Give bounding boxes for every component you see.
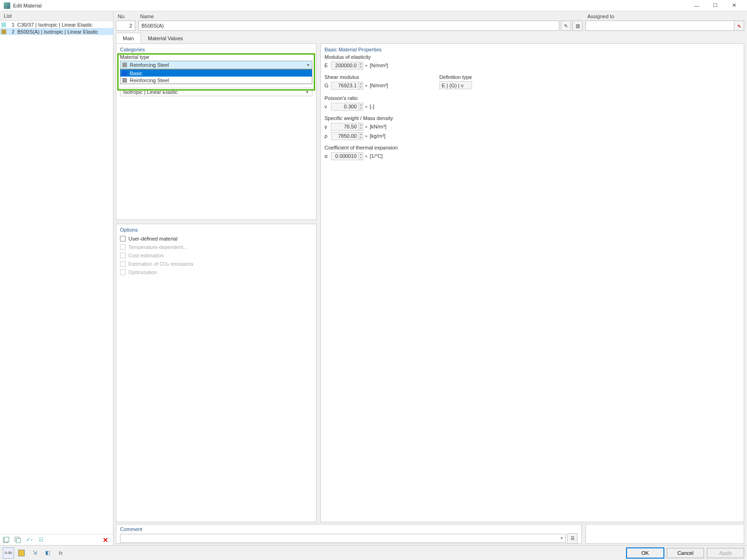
density-unit: [kg/m³] bbox=[370, 133, 386, 139]
color-swatch bbox=[122, 63, 127, 67]
combo-option[interactable]: Basic bbox=[120, 70, 312, 77]
svg-rect-3 bbox=[16, 539, 21, 543]
delete-icon[interactable]: ✕ bbox=[100, 535, 111, 545]
bottombar: 0.00 ⇲ ◧ fx OK Cancel Apply bbox=[0, 545, 747, 560]
option-cost: Cost estimation bbox=[120, 251, 312, 260]
def-type-value[interactable]: E | (G) | ν bbox=[439, 81, 472, 89]
right-panel: No. 2 Name B500S(A) ✎ ▥ Assigned to ⬉ bbox=[113, 11, 747, 545]
shear-label: Shear modulus bbox=[324, 74, 388, 80]
categories-title: Categories bbox=[120, 47, 312, 52]
option-label: Estimation of CO₂ emissions bbox=[128, 261, 193, 267]
ok-button[interactable]: OK bbox=[627, 548, 664, 558]
checkbox bbox=[120, 244, 126, 250]
color-icon[interactable] bbox=[16, 547, 27, 559]
units-icon[interactable]: 0.00 bbox=[3, 547, 14, 559]
spinner[interactable]: ▲▼ bbox=[359, 152, 363, 160]
extra-panel bbox=[585, 524, 744, 544]
library-icon[interactable]: ▥ bbox=[572, 21, 583, 31]
options-panel: Options User-defined material Temperatur… bbox=[116, 224, 317, 522]
spinner[interactable]: ▲▼ bbox=[359, 123, 363, 131]
no-field: No. 2 bbox=[116, 13, 135, 31]
comment-input[interactable]: ▼ bbox=[120, 534, 566, 543]
density-input[interactable]: 7850.00 bbox=[331, 132, 359, 140]
arrow-icon[interactable]: ▸ bbox=[364, 134, 369, 138]
close-button[interactable]: ✕ bbox=[725, 0, 743, 11]
list-item[interactable]: 2 B500S(A) | Isotropic | Linear Elastic bbox=[0, 28, 113, 35]
svg-rect-1 bbox=[4, 537, 9, 542]
material-model-combo[interactable]: Isotropic | Linear Elastic ▼ bbox=[120, 88, 312, 96]
modulus-input[interactable]: 200000.0 bbox=[331, 62, 359, 70]
check-all-icon[interactable]: ✓✓ bbox=[24, 535, 35, 545]
edit-name-icon[interactable]: ✎ bbox=[561, 21, 571, 31]
modulus-symbol: E bbox=[324, 63, 331, 68]
cancel-button[interactable]: Cancel bbox=[667, 548, 704, 558]
arrow-icon[interactable]: ▸ bbox=[364, 154, 369, 158]
tab-material-values[interactable]: Material Values bbox=[141, 33, 190, 43]
spinner[interactable]: ▲▼ bbox=[359, 62, 363, 70]
no-input[interactable]: 2 bbox=[116, 21, 135, 31]
spinner[interactable]: ▲▼ bbox=[359, 82, 363, 90]
list-item[interactable]: 1 C30/37 | Isotropic | Linear Elastic bbox=[0, 21, 113, 28]
thermal-input[interactable]: 0.000010 bbox=[331, 152, 359, 160]
combo-dropdown: Basic Reinforcing Steel bbox=[120, 69, 312, 84]
list-header: List bbox=[0, 11, 113, 21]
tool4-icon[interactable]: ◧ bbox=[42, 547, 53, 559]
apply-button: Apply bbox=[707, 548, 744, 558]
no-label: No. bbox=[116, 13, 135, 21]
spinner[interactable]: ▲▼ bbox=[359, 132, 363, 140]
arrow-icon[interactable]: ▸ bbox=[364, 124, 369, 129]
option-user-defined[interactable]: User-defined material bbox=[120, 234, 312, 243]
tab-main[interactable]: Main bbox=[116, 33, 141, 43]
comment-extra-icon[interactable]: ☰ bbox=[567, 533, 578, 544]
option-label: Cost estimation bbox=[128, 253, 164, 258]
list-label: C30/37 | Isotropic | Linear Elastic bbox=[17, 22, 112, 28]
def-type-label: Definition type bbox=[439, 74, 472, 80]
weight-label: Specific weight / Mass density bbox=[324, 115, 740, 121]
option-label: Optimization bbox=[128, 269, 157, 275]
titlebar: Edit Material — ☐ ✕ bbox=[0, 0, 747, 11]
density-symbol: ρ bbox=[324, 133, 331, 139]
arrow-icon[interactable]: ▸ bbox=[364, 104, 369, 109]
assigned-input[interactable] bbox=[585, 21, 734, 31]
option-label: Reinforcing Steel bbox=[130, 78, 169, 83]
arrow-icon[interactable]: ▸ bbox=[364, 63, 369, 68]
material-type-label: Material type bbox=[120, 54, 312, 60]
tabs: Main Material Values bbox=[116, 33, 744, 43]
option-optimization: Optimization bbox=[120, 268, 312, 276]
poisson-label: Poisson's ratio bbox=[324, 95, 740, 101]
option-co2: Estimation of CO₂ emissions bbox=[120, 260, 312, 268]
option-label: User-defined material bbox=[128, 236, 177, 241]
combo-option[interactable]: Reinforcing Steel bbox=[120, 77, 312, 84]
left-panel: List 1 C30/37 | Isotropic | Linear Elast… bbox=[0, 11, 113, 545]
properties-title: Basic Material Properties bbox=[324, 47, 740, 52]
function-icon[interactable]: fx bbox=[55, 547, 66, 559]
thermal-label: Coefficient of thermal expansion bbox=[324, 145, 740, 150]
tool3-icon[interactable]: ⇲ bbox=[29, 547, 40, 559]
comment-panel: Comment ▼ ☰ bbox=[116, 524, 582, 544]
modulus-unit: [N/mm²] bbox=[370, 63, 388, 68]
properties-panel: Basic Material Properties Modulus of ela… bbox=[320, 43, 744, 522]
minimize-button[interactable]: — bbox=[687, 0, 706, 11]
poisson-input[interactable]: 0.300 bbox=[331, 103, 359, 111]
maximize-button[interactable]: ☐ bbox=[706, 0, 725, 11]
arrow-icon[interactable]: ▸ bbox=[364, 83, 369, 88]
shear-unit: [N/mm²] bbox=[370, 83, 388, 88]
color-swatch bbox=[122, 78, 127, 83]
copy-icon[interactable] bbox=[13, 535, 23, 545]
material-model-value: Isotropic | Linear Elastic bbox=[123, 89, 305, 95]
weight-input[interactable]: 78.50 bbox=[331, 123, 359, 131]
shear-input[interactable]: 76923.1 bbox=[331, 82, 359, 90]
weight-unit: [kN/m³] bbox=[370, 124, 386, 129]
name-input[interactable]: B500S(A) bbox=[138, 21, 559, 31]
new-icon[interactable] bbox=[1, 535, 11, 545]
checkbox[interactable] bbox=[120, 236, 126, 241]
chevron-down-icon: ▼ bbox=[305, 90, 309, 94]
shear-symbol: G bbox=[324, 83, 331, 88]
pick-icon[interactable]: ⬉ bbox=[734, 21, 744, 31]
material-type-combo[interactable]: Reinforcing Steel ▼ Basic Reinforcing St… bbox=[120, 61, 312, 69]
option-temperature: Temperature-dependent... bbox=[120, 243, 312, 251]
thermal-unit: [1/°C] bbox=[370, 153, 383, 159]
spinner[interactable]: ▲▼ bbox=[359, 103, 363, 111]
tree-icon[interactable]: ☷ bbox=[36, 535, 46, 545]
list-toolbar: ✓✓ ☷ ✕ bbox=[0, 534, 113, 545]
